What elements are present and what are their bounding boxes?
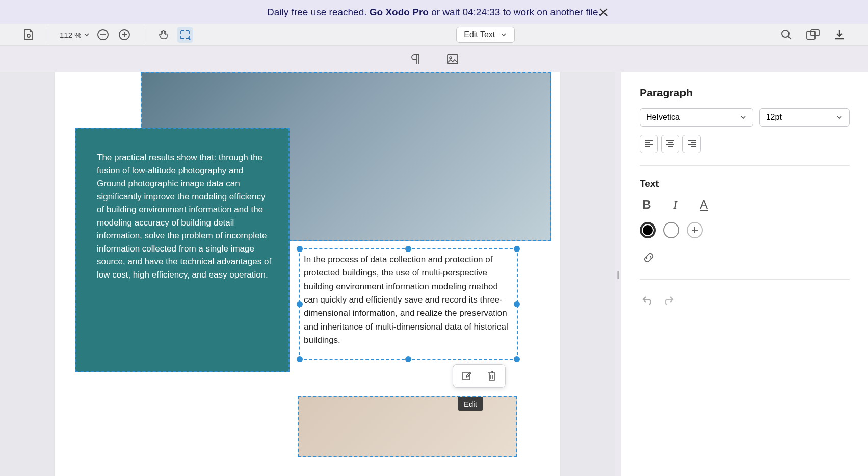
font-size-value: 12pt [766, 113, 782, 122]
add-color-button[interactable] [687, 222, 703, 238]
resize-handle[interactable] [297, 301, 303, 307]
zoom-in-button[interactable] [116, 27, 133, 43]
font-family-select[interactable]: Helvetica [640, 108, 753, 127]
banner-prefix: Daily free use reached. [267, 7, 370, 17]
document-page: The practical results show that: through… [55, 72, 560, 476]
zoom-out-button[interactable] [95, 27, 111, 43]
selected-text-content: In the process of data collection and pr… [304, 255, 508, 345]
bold-button[interactable]: B [640, 197, 654, 212]
teal-text-content: The practical results show that: through… [97, 153, 271, 280]
toolbar-divider [48, 28, 48, 42]
resize-handle[interactable] [405, 246, 411, 252]
image-tool-icon[interactable] [444, 51, 461, 67]
align-left-button[interactable] [640, 135, 658, 153]
resize-handle[interactable] [514, 246, 520, 252]
resize-handle[interactable] [514, 301, 520, 307]
document-canvas[interactable]: The practical results show that: through… [0, 72, 615, 476]
text-heading: Text [640, 178, 850, 189]
svg-point-0 [27, 34, 30, 37]
page-thumbnails-icon[interactable] [20, 27, 37, 43]
panel-divider [640, 279, 850, 280]
delete-icon[interactable] [486, 370, 498, 382]
zoom-value: 112 % [60, 31, 82, 39]
chevron-down-icon [836, 114, 843, 121]
resize-handle[interactable] [297, 356, 303, 362]
zoom-level-dropdown[interactable]: 112 % [60, 31, 90, 39]
edit-text-icon[interactable] [460, 370, 472, 382]
color-swatch-black[interactable] [640, 222, 656, 238]
selection-context-bar [453, 364, 506, 388]
align-right-button[interactable] [682, 135, 701, 153]
pan-tool-icon[interactable] [155, 27, 172, 43]
underline-button[interactable]: A [697, 197, 711, 212]
resize-handle[interactable] [405, 356, 411, 362]
document-image-bottom[interactable] [298, 396, 517, 457]
toolbar-divider [144, 28, 144, 42]
chevron-down-icon [84, 32, 90, 38]
svg-rect-6 [448, 55, 458, 64]
color-swatch-white[interactable] [663, 222, 679, 238]
selected-text-block[interactable]: In the process of data collection and pr… [299, 248, 518, 360]
panel-resize-handle[interactable]: || [615, 72, 621, 476]
panel-divider [640, 165, 850, 166]
redo-button[interactable] [660, 292, 676, 308]
font-family-value: Helvetica [646, 113, 680, 122]
resize-handle[interactable] [297, 246, 303, 252]
search-icon[interactable] [778, 27, 795, 43]
paragraph-heading: Paragraph [640, 87, 850, 99]
chevron-down-icon [740, 114, 747, 121]
teal-text-block[interactable]: The practical results show that: through… [75, 128, 290, 372]
svg-point-7 [450, 57, 452, 59]
italic-button[interactable]: I [668, 198, 682, 212]
undo-button[interactable] [640, 292, 656, 308]
main-toolbar: 112 % Edit Text [0, 24, 868, 46]
grip-icon: || [617, 270, 618, 279]
edit-mode-dropdown[interactable]: Edit Text [456, 27, 515, 43]
font-size-select[interactable]: 12pt [759, 108, 850, 127]
properties-panel: Paragraph Helvetica 12pt Text [621, 72, 868, 476]
close-banner-icon[interactable] [599, 8, 608, 17]
banner-suffix: or wait 04:24:33 to work on another file… [431, 7, 601, 17]
panels-icon[interactable] [805, 27, 821, 43]
edit-type-bar [0, 46, 868, 72]
edit-tooltip: Edit [458, 397, 483, 411]
paragraph-tool-icon[interactable] [408, 51, 424, 67]
go-pro-link[interactable]: Go Xodo Pro [370, 7, 429, 17]
select-tool-icon[interactable] [177, 27, 193, 43]
resize-handle[interactable] [514, 356, 520, 362]
align-center-button[interactable] [661, 135, 679, 153]
upgrade-banner: Daily free use reached. Go Xodo Pro or w… [0, 0, 868, 24]
edit-mode-label: Edit Text [464, 30, 495, 39]
download-icon[interactable] [831, 27, 848, 43]
svg-point-3 [782, 30, 789, 37]
chevron-down-icon [500, 31, 507, 38]
link-button[interactable] [640, 248, 658, 267]
